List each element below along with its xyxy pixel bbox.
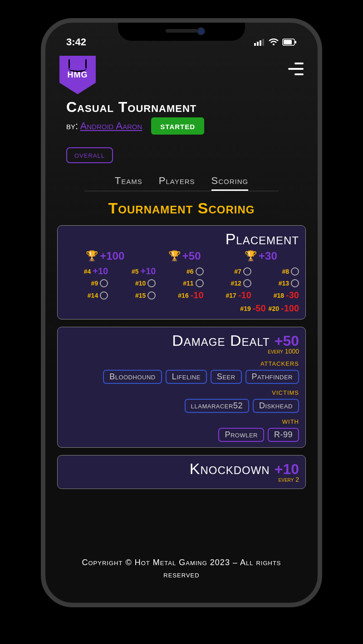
svg-rect-0 bbox=[254, 43, 256, 46]
chip[interactable]: Diskhead bbox=[253, 399, 299, 413]
rank-cell: #13 bbox=[255, 279, 299, 287]
side-button bbox=[321, 154, 322, 195]
damage-points: +50 bbox=[275, 333, 299, 349]
rank-cell: #7 bbox=[207, 266, 251, 276]
rank-cell: #15 bbox=[112, 290, 156, 300]
rank-cell: #19-50 bbox=[240, 303, 265, 314]
rank-cell: #6 bbox=[159, 266, 203, 276]
side-button bbox=[41, 113, 42, 131]
side-button bbox=[41, 150, 42, 181]
battery-icon bbox=[282, 39, 297, 46]
section-title: Tournament Scoring bbox=[57, 199, 306, 217]
status-badge: started bbox=[151, 117, 204, 135]
chip[interactable]: R-99 bbox=[268, 428, 299, 442]
with-label: with bbox=[64, 416, 299, 426]
chip[interactable]: llamaracer52 bbox=[185, 399, 249, 413]
rank-cell: #4+10 bbox=[64, 266, 108, 276]
author-link[interactable]: Android Aaron bbox=[80, 120, 142, 131]
status-time: 3:42 bbox=[66, 36, 86, 48]
trophy-row: 🏆+100 🏆+50 🏆+30 bbox=[64, 250, 299, 262]
svg-rect-1 bbox=[257, 42, 259, 46]
rank-cell: #8 bbox=[255, 266, 299, 276]
subtitle-row: by: Android Aaron started bbox=[57, 116, 306, 140]
footer: Copyright © Hot Metal Gaming 2023 – All … bbox=[57, 547, 306, 595]
placement-tail: #19-50#20-100 bbox=[64, 303, 299, 314]
trophy-icon: 🏆 bbox=[245, 250, 257, 262]
rank-cell: #10 bbox=[112, 279, 156, 287]
tabs: Teams Players Scoring bbox=[84, 175, 279, 191]
damage-title: Damage Dealt bbox=[172, 332, 270, 349]
overall-button[interactable]: overall bbox=[66, 147, 113, 163]
rank-cell: #18-30 bbox=[255, 290, 299, 300]
with-row: ProwlerR-99 bbox=[64, 428, 299, 442]
trophy-silver: 🏆+50 bbox=[168, 250, 201, 262]
placement-card: Placement 🏆+100 🏆+50 🏆+30 #4+10#5+10#6#7… bbox=[57, 225, 306, 320]
phone-frame: 3:42 HMG Casual Tourname bbox=[41, 18, 322, 607]
placement-grid: #4+10#5+10#6#7#8#9#10#11#12#13#14#15#16-… bbox=[64, 266, 299, 300]
placement-title: Placement bbox=[64, 230, 299, 248]
knockdown-points: +10 bbox=[275, 461, 299, 478]
knockdown-card: Knockdown +10 every 2 bbox=[57, 455, 306, 489]
page-title: Casual Tournament bbox=[57, 94, 306, 116]
chip[interactable]: Prowler bbox=[218, 428, 264, 442]
rank-cell: #5+10 bbox=[112, 266, 156, 276]
by-label: by: Android Aaron bbox=[66, 120, 142, 132]
trophy-bronze: 🏆+30 bbox=[245, 250, 277, 262]
rank-cell: #12 bbox=[207, 279, 251, 287]
svg-rect-7 bbox=[295, 41, 296, 44]
signal-icon bbox=[254, 39, 265, 46]
svg-rect-2 bbox=[260, 40, 261, 46]
svg-rect-3 bbox=[262, 39, 264, 46]
chip[interactable]: Lifeline bbox=[166, 370, 207, 384]
chip[interactable]: Seer bbox=[211, 370, 242, 384]
side-button bbox=[41, 190, 42, 222]
tab-teams[interactable]: Teams bbox=[115, 175, 142, 191]
rank-cell: #11 bbox=[159, 279, 203, 287]
svg-point-4 bbox=[273, 44, 275, 45]
rank-cell: #9 bbox=[64, 279, 108, 287]
trophy-icon: 🏆 bbox=[86, 250, 98, 262]
trophy-icon: 🏆 bbox=[168, 250, 181, 262]
attackers-label: attackers bbox=[64, 358, 299, 368]
logo-bridge-icon bbox=[65, 59, 90, 68]
tab-scoring[interactable]: Scoring bbox=[211, 175, 249, 191]
status-right bbox=[254, 39, 297, 46]
victims-label: victims bbox=[64, 387, 299, 397]
chip[interactable]: Bloodhound bbox=[103, 370, 162, 384]
phone-notch bbox=[118, 23, 245, 41]
tab-players[interactable]: Players bbox=[159, 175, 195, 191]
rank-cell: #17-10 bbox=[207, 290, 251, 300]
damage-card: Damage Dealt +50 every 1000 attackers Bl… bbox=[57, 327, 306, 448]
chip[interactable]: Pathfinder bbox=[245, 370, 299, 384]
screen: 3:42 HMG Casual Tourname bbox=[45, 23, 318, 603]
rank-cell: #20-100 bbox=[269, 303, 299, 314]
attackers-row: BloodhoundLifelineSeerPathfinder bbox=[64, 370, 299, 384]
svg-rect-6 bbox=[284, 40, 292, 44]
menu-icon[interactable] bbox=[288, 63, 304, 75]
victims-row: llamaracer52Diskhead bbox=[64, 399, 299, 413]
rank-cell: #14 bbox=[64, 290, 108, 300]
knockdown-title: Knockdown bbox=[190, 460, 270, 478]
rank-cell: #16-10 bbox=[159, 290, 203, 300]
app-logo[interactable]: HMG bbox=[59, 56, 96, 94]
wifi-icon bbox=[269, 39, 279, 46]
app-header: HMG bbox=[57, 49, 306, 94]
trophy-gold: 🏆+100 bbox=[86, 250, 124, 262]
